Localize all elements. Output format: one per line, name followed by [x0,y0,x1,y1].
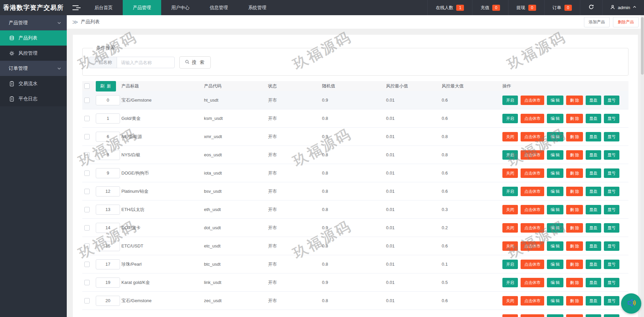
delete-button[interactable]: 删 除 [566,187,583,196]
toggle-open-button[interactable]: 开启 [502,187,518,196]
show-profit-button[interactable]: 显盈 [586,96,601,105]
pause-market-button[interactable]: 点击休市 [521,241,544,251]
show-profit-button[interactable]: 显盈 [586,241,601,251]
row-checkbox[interactable] [84,98,90,103]
edit-button[interactable]: 编 辑 [547,223,563,233]
scrollbar-thumb[interactable] [641,17,644,75]
show-profit-button[interactable]: 显盈 [586,278,601,287]
nav-item-system[interactable]: 系统管理 [238,0,276,15]
show-profit-button[interactable]: 显盈 [586,260,601,269]
edit-button[interactable]: 编 辑 [547,278,563,287]
product-id-input[interactable]: 1 [96,113,120,124]
show-profit-button[interactable]: 显盈 [586,314,601,317]
show-profit-button[interactable]: 显盈 [586,150,601,160]
edit-button[interactable]: 编 辑 [547,168,563,178]
delete-product-button[interactable]: 删除产品 [613,17,639,27]
sidebar-item-risk-control[interactable]: 风控管理 [0,46,67,61]
edit-button[interactable]: 编 辑 [547,132,563,141]
sidebar-group-products[interactable]: 产品管理 [0,15,67,30]
nav-item-dashboard[interactable]: 后台首页 [84,0,123,15]
delete-button[interactable]: 删 除 [566,296,583,306]
sidebar-group-orders[interactable]: 订单管理 [0,61,67,76]
pause-market-button[interactable]: 点击休市 [521,168,544,178]
delete-button[interactable]: 删 除 [566,314,583,317]
stat-orders[interactable]: 订单 0 [544,0,580,15]
toggle-close-button[interactable]: 关闭 [502,132,518,141]
delete-button[interactable]: 删 除 [566,96,583,105]
user-menu[interactable]: admin [602,0,644,15]
product-id-input[interactable]: 19 [96,278,120,288]
sidebar-toggle-button[interactable] [67,0,84,15]
product-id-input[interactable]: 14 [96,223,120,233]
show-loss-button[interactable]: 显亏 [604,296,619,306]
pause-market-button[interactable]: 点击休市 [521,260,544,269]
toggle-open-button[interactable]: 开启 [502,96,518,105]
toggle-open-button[interactable]: 开启 [502,114,518,123]
show-loss-button[interactable]: 显亏 [604,132,619,141]
show-loss-button[interactable]: 显亏 [604,187,619,196]
row-checkbox[interactable] [84,152,90,158]
nav-item-products[interactable]: 产品管理 [123,0,161,15]
show-loss-button[interactable]: 显亏 [604,278,619,287]
nav-item-info[interactable]: 信息管理 [200,0,238,15]
select-all-checkbox[interactable] [84,83,90,89]
show-loss-button[interactable]: 显亏 [604,260,619,269]
pause-market-button[interactable]: 点击休市 [521,114,544,123]
edit-button[interactable]: 编 辑 [547,205,563,214]
refresh-table-button[interactable]: 刷 新 [96,81,116,91]
toggle-close-button[interactable]: 关闭 [502,168,518,178]
edit-button[interactable]: 编 辑 [547,314,563,317]
product-id-input[interactable]: 20 [96,296,120,306]
sidebar-item-product-list[interactable]: 产品列表 [0,30,67,46]
pause-market-button[interactable]: 点击休市 [521,223,544,233]
product-id-input[interactable]: 9 [96,168,120,178]
pause-market-button[interactable]: 点击休市 [521,132,544,141]
stat-deposits[interactable]: 充值 0 [472,0,508,15]
toggle-open-button[interactable]: 开启 [502,260,518,269]
pause-market-button[interactable]: 点击休市 [521,314,544,317]
product-id-input[interactable]: 13 [96,205,120,215]
delete-button[interactable]: 删 除 [566,241,583,251]
toggle-close-button[interactable]: 关闭 [502,241,518,251]
show-loss-button[interactable]: 显亏 [604,114,619,123]
row-checkbox[interactable] [84,189,90,194]
stat-online-users[interactable]: 在线人数 1 [427,0,472,15]
toggle-close-button[interactable]: 关闭 [502,223,518,233]
delete-button[interactable]: 删 除 [566,223,583,233]
product-id-input[interactable]: 15 [96,241,120,251]
show-loss-button[interactable]: 显亏 [604,205,619,214]
show-profit-button[interactable]: 显盈 [586,114,601,123]
row-checkbox[interactable] [84,262,90,267]
edit-button[interactable]: 编 辑 [547,241,563,251]
delete-button[interactable]: 删 除 [566,114,583,123]
row-checkbox[interactable] [84,298,90,303]
add-product-button[interactable]: 添加产品 [584,17,610,27]
show-profit-button[interactable]: 显盈 [586,187,601,196]
row-checkbox[interactable] [84,225,90,231]
edit-button[interactable]: 编 辑 [547,260,563,269]
product-id-input[interactable]: 8 [96,150,120,160]
row-checkbox[interactable] [84,116,90,121]
stat-withdrawals[interactable]: 提现 0 [508,0,544,15]
show-profit-button[interactable]: 显盈 [586,132,601,141]
toggle-close-button[interactable]: 关闭 [502,205,518,214]
edit-button[interactable]: 编 辑 [547,150,563,160]
toggle-open-button[interactable]: 开启 [502,150,518,160]
row-checkbox[interactable] [84,170,90,176]
row-checkbox[interactable] [84,207,90,212]
scrollbar-track[interactable] [641,15,644,317]
edit-button[interactable]: 编 辑 [547,187,563,196]
show-profit-button[interactable]: 显盈 [586,205,601,214]
show-loss-button[interactable]: 显亏 [604,241,619,251]
toggle-open-button[interactable]: 开启 [502,278,518,287]
show-profit-button[interactable]: 显盈 [586,223,601,233]
pause-market-button[interactable]: 点击休市 [521,296,544,306]
toggle-close-button[interactable]: 关闭 [502,296,518,306]
sidebar-item-close-log[interactable]: 平仓日志 [0,91,67,106]
show-loss-button[interactable]: 显亏 [604,223,619,233]
sidebar-item-trade-flow[interactable]: 交易流水 [0,76,67,91]
pause-market-button[interactable]: 点击休市 [521,150,544,160]
delete-button[interactable]: 删 除 [566,132,583,141]
product-id-input[interactable]: 17 [96,259,120,269]
edit-button[interactable]: 编 辑 [547,96,563,105]
